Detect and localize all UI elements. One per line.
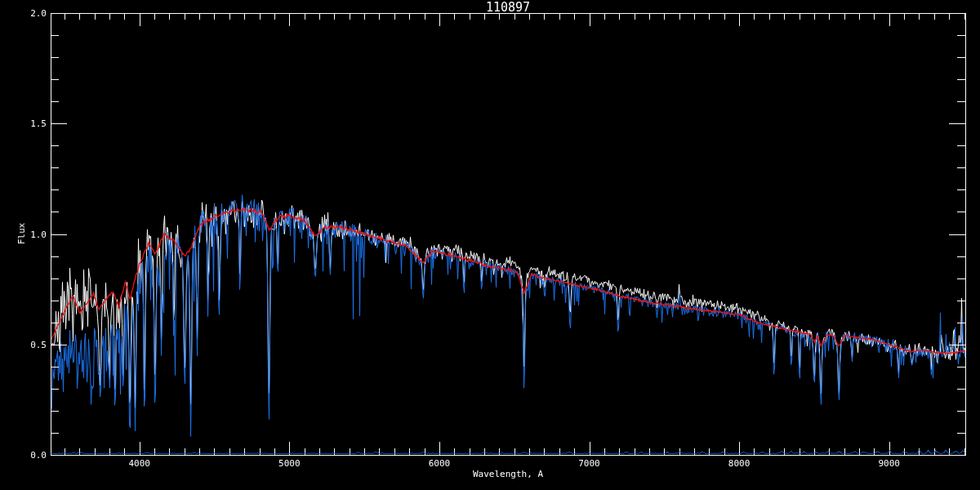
y-tick-label: 1.0 [10, 229, 47, 239]
spectrum-plot-canvas [0, 0, 980, 490]
y-tick-label: 2.0 [10, 8, 47, 19]
x-tick-label: 4000 [128, 458, 150, 469]
plot-title: 110897 [486, 1, 530, 14]
y-tick-label: 0.5 [10, 339, 47, 350]
x-axis-label: Wavelength, A [473, 470, 543, 479]
y-tick-label: 0.0 [10, 450, 47, 461]
x-tick-label: 7000 [578, 458, 600, 469]
x-tick-label: 9000 [878, 458, 900, 469]
spectrum-figure: 110897 Flux Wavelength, A 2.0 1.5 1.0 0.… [0, 0, 980, 490]
y-tick-label: 1.5 [10, 118, 47, 129]
x-tick-label: 8000 [728, 458, 751, 469]
x-tick-label: 6000 [429, 458, 451, 469]
x-tick-label: 5000 [278, 458, 301, 469]
